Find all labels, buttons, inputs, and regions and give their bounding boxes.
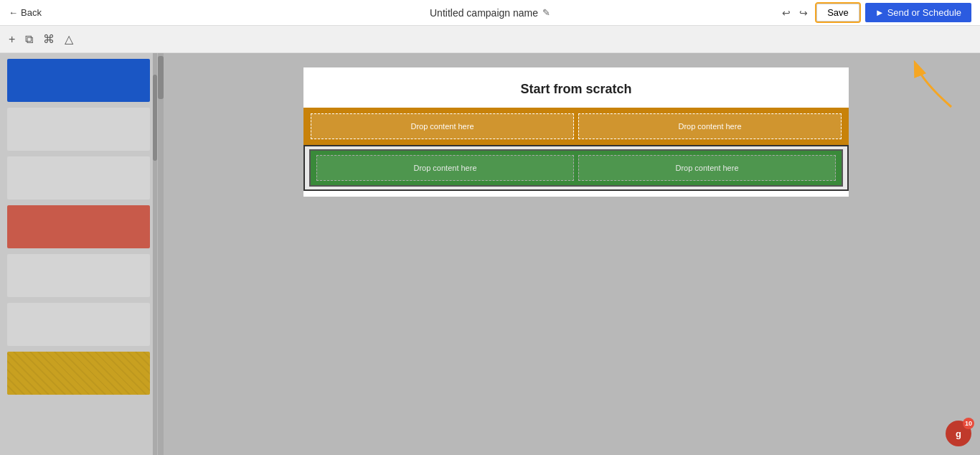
top-bar-center: Untitled campaign name ✎ [430, 7, 550, 19]
send-schedule-button[interactable]: ► Send or Schedule [865, 3, 971, 22]
top-bar-right: ↩ ↪ Save ► Send or Schedule [779, 3, 971, 22]
sidebar-block-gray4[interactable] [7, 303, 150, 346]
content-row-green: Drop content here Drop content here [309, 149, 843, 187]
sidebar-scrollbar[interactable] [153, 53, 157, 455]
back-button[interactable]: ← Back [9, 7, 42, 18]
drop-zone-3[interactable]: Drop content here [316, 155, 574, 181]
top-bar-left: ← Back [9, 7, 42, 18]
back-arrow-icon: ← [9, 7, 18, 18]
sidebar-block-gold[interactable] [7, 352, 150, 395]
sidebar-block-blue[interactable] [7, 59, 150, 102]
undo-redo-group: ↩ ↪ [779, 6, 811, 20]
back-label: Back [21, 7, 42, 18]
email-canvas: Start from scratch Drop content here Dro… [303, 67, 849, 197]
sidebar-scroll-thumb [153, 75, 157, 161]
user-badge-letter: g [956, 428, 961, 439]
edit-icon[interactable]: ✎ [542, 7, 550, 18]
toolbar-row: + ⧉ ⌘ △ [0, 26, 980, 53]
content-row-container: Drop content here Drop content here [303, 145, 849, 191]
sidebar-block-gray2[interactable] [7, 156, 150, 200]
save-button[interactable]: Save [816, 4, 859, 22]
main-area: Start from scratch Drop content here Dro… [0, 53, 980, 455]
layers-icon[interactable]: ⧉ [25, 33, 33, 46]
sidebar-block-gray1[interactable] [7, 108, 150, 151]
user-badge[interactable]: g 10 [946, 421, 971, 446]
undo-button[interactable]: ↩ [779, 6, 793, 20]
content-row-gold: Drop content here Drop content here [303, 108, 849, 145]
campaign-name: Untitled campaign name [430, 7, 538, 19]
sidebar-block-red[interactable] [7, 205, 150, 248]
drop-zone-2[interactable]: Drop content here [578, 113, 842, 139]
drop-zone-4[interactable]: Drop content here [578, 155, 836, 181]
drop-zone-1[interactable]: Drop content here [311, 113, 574, 139]
top-bar: ← Back Untitled campaign name ✎ ↩ ↪ Save… [0, 0, 980, 26]
left-sidebar [0, 53, 158, 455]
send-icon: ► [875, 7, 885, 18]
badge-count: 10 [963, 418, 974, 429]
filter-icon[interactable]: ⌘ [43, 32, 55, 46]
canvas-area: Start from scratch Drop content here Dro… [158, 53, 980, 455]
add-icon[interactable]: + [9, 33, 15, 46]
canvas-scroll-thumb [158, 56, 164, 99]
canvas-scrollbar[interactable] [158, 53, 164, 455]
send-schedule-label: Send or Schedule [887, 7, 961, 18]
sidebar-block-gray3[interactable] [7, 254, 150, 297]
canvas-title: Start from scratch [303, 67, 849, 108]
redo-button[interactable]: ↪ [796, 6, 811, 20]
upload-icon[interactable]: △ [65, 32, 73, 46]
